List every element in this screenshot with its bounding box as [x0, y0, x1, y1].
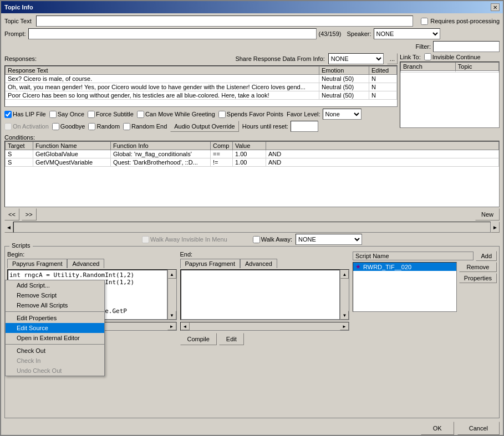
favor-select[interactable]: None [323, 109, 362, 120]
cond-comp: == [211, 150, 233, 158]
new-button[interactable]: New [475, 208, 500, 220]
end-hscroll-left[interactable]: ◄ [181, 322, 190, 330]
script-name-header-label: Script Name [353, 252, 474, 260]
cond-info: Quest: 'DarkBrotherhood', ::D... [111, 158, 211, 167]
context-remove-all-scripts[interactable]: Remove All Scripts [6, 300, 104, 310]
topic-info-window: Topic Info ✕ Topic Text want sex Require… [0, 0, 504, 436]
audio-output-button[interactable]: Audio Output Override [170, 121, 238, 132]
end-actions: Compile Edit [180, 333, 350, 345]
response-text: Poor Cicero has been so long without gen… [6, 91, 319, 100]
conditions-section: Conditions: Target Function Name Functio… [1, 132, 503, 245]
prompt-row: Prompt: No, I mean would you bed me. You… [4, 28, 500, 39]
has-lip-group: Has LIP File [4, 111, 46, 118]
invisible-continue-label: Invisible Continue [432, 54, 481, 60]
scroll-right-button[interactable]: ► [491, 222, 500, 233]
share-dots-button[interactable]: ... [387, 53, 398, 64]
spends-favor-checkbox[interactable] [218, 111, 226, 118]
response-row[interactable]: Sex? Cicero is male, of course.Neutral (… [6, 75, 397, 83]
end-papyrus-tab[interactable]: Papyrus Fragment [180, 259, 240, 268]
topic-col-header: Topic [455, 63, 498, 71]
and-col-header [266, 142, 499, 150]
force-subtitle-group: Force Subtitle [88, 111, 134, 118]
prompt-input[interactable]: No, I mean would you bed me. You know, s… [28, 28, 317, 39]
topic-text-row: Topic Text want sex Requires post-proces… [4, 16, 500, 27]
responses-table-container: Response Text Emotion Edited Sex? Cicero… [4, 65, 398, 107]
remove-script-button[interactable]: Remove [459, 262, 497, 272]
goodbye-checkbox[interactable] [52, 123, 59, 130]
random-checkbox[interactable] [88, 123, 95, 130]
speaker-select[interactable]: NONE [374, 28, 440, 39]
end-advanced-tab[interactable]: Advanced [240, 259, 277, 268]
can-move-group: Can Move While Greeting [137, 111, 215, 118]
random-group: Random [88, 123, 120, 130]
responses-table: Response Text Emotion Edited Sex? Cicero… [5, 66, 397, 100]
cond-value: 1.00 [233, 150, 266, 158]
random-end-group: Random End [123, 123, 167, 130]
condition-row[interactable]: SGetVMQuestVariableQuest: 'DarkBrotherho… [6, 158, 499, 167]
topic-label: Topic Text [4, 18, 32, 24]
say-once-checkbox[interactable] [49, 111, 57, 118]
walk-away-group: Walk Away: [253, 236, 292, 243]
edited-col-header: Edited [369, 66, 397, 75]
link-to-label: Link To: [400, 54, 421, 60]
begin-scrollbar[interactable]: ▲ ▼ [167, 270, 176, 320]
response-row[interactable]: Oh, wait, you mean gender! Yes, poor Cic… [6, 83, 397, 91]
random-end-label: Random End [131, 123, 167, 130]
share-label: Share Response Data From Info: [235, 55, 324, 62]
hours-input[interactable]: 0.00 [291, 121, 318, 132]
force-subtitle-checkbox[interactable] [88, 111, 95, 118]
response-edited: N [369, 91, 397, 100]
walk-away-checkbox[interactable] [253, 236, 260, 243]
begin-hscroll-right[interactable]: ► [167, 322, 176, 330]
close-button[interactable]: ✕ [491, 3, 500, 11]
context-remove-script[interactable]: Remove Script [6, 290, 104, 300]
script-name-header: Script Name Add [353, 251, 497, 261]
cond-function: GetGlobalValue [33, 150, 111, 158]
script-name-item[interactable]: ★ RWRD_TIF__020 [353, 263, 456, 271]
share-select[interactable]: NONE [328, 53, 384, 64]
begin-tab-row: Papyrus Fragment Advanced [7, 259, 177, 268]
prev-button[interactable]: << [4, 208, 19, 220]
begin-scroll-up[interactable]: ▲ [168, 270, 176, 279]
on-activation-group: On Activation [4, 123, 49, 130]
context-check-out[interactable]: Check Out [6, 346, 104, 356]
condition-row[interactable]: SGetGlobalValueGlobal: 'rw_flag_conditio… [6, 150, 499, 158]
cancel-button[interactable]: Cancel [457, 422, 500, 435]
ok-button[interactable]: OK [421, 422, 454, 435]
end-code-area[interactable] [181, 270, 340, 320]
link-to-row: Link To: Invisible Continue [400, 53, 500, 60]
invisible-continue-checkbox[interactable] [424, 53, 431, 60]
response-text: Oh, wait, you mean gender! Yes, poor Cic… [6, 83, 319, 91]
topic-text-input[interactable]: want sex [36, 16, 414, 27]
context-add-script[interactable]: Add Script... [6, 280, 104, 290]
properties-button[interactable]: Properties [459, 273, 497, 283]
begin-scroll-down[interactable]: ▼ [168, 311, 176, 320]
end-hscroll-right[interactable]: ► [340, 322, 349, 330]
context-separator2 [6, 344, 104, 345]
walk-away-invisible-checkbox [142, 236, 149, 243]
end-edit-button[interactable]: Edit [219, 333, 244, 345]
filter-input[interactable] [433, 41, 500, 52]
function-col-header: Function Name [33, 142, 111, 150]
responses-left: Responses: Share Response Data From Info… [4, 53, 398, 132]
context-open-external[interactable]: Open in External Editor [6, 333, 104, 343]
can-move-checkbox[interactable] [137, 111, 144, 118]
requires-checkbox[interactable] [421, 18, 428, 25]
add-script-button[interactable]: Add [476, 251, 497, 261]
end-scroll-down[interactable]: ▼ [340, 311, 349, 320]
random-end-checkbox[interactable] [123, 123, 130, 130]
walk-away-select[interactable]: NONE [296, 234, 362, 245]
end-scrollbar[interactable]: ▲ ▼ [340, 270, 349, 320]
context-edit-source[interactable]: Edit Source [6, 323, 104, 333]
context-edit-properties[interactable]: Edit Properties [6, 313, 104, 323]
bottom-row: OK Cancel [1, 422, 503, 435]
begin-advanced-tab[interactable]: Advanced [67, 259, 104, 268]
walk-away-label: Walk Away: [261, 236, 292, 243]
begin-papyrus-tab[interactable]: Papyrus Fragment [7, 259, 67, 268]
response-row[interactable]: Poor Cicero has been so long without gen… [6, 91, 397, 100]
scroll-left-button[interactable]: ◄ [4, 222, 13, 233]
next-button[interactable]: >> [22, 208, 37, 220]
has-lip-checkbox[interactable] [4, 111, 12, 118]
end-compile-button[interactable]: Compile [180, 333, 217, 345]
end-scroll-up[interactable]: ▲ [340, 270, 349, 279]
